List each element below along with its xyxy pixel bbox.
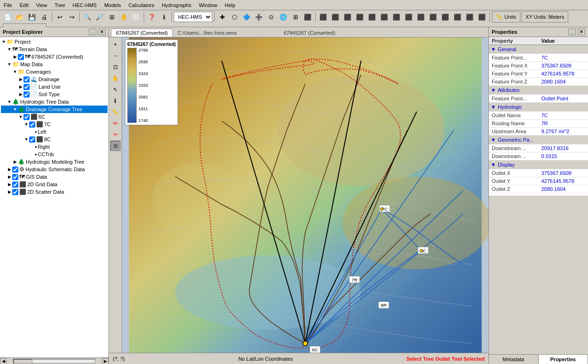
- map-del-btn[interactable]: ✂: [110, 129, 121, 140]
- tree-item-8c[interactable]: ▼⬛8C: [1, 136, 108, 143]
- node-8c[interactable]: [420, 250, 423, 252]
- tree-container[interactable]: ▼📁Project▼🗺Terrain Data▶🗺67845267 (Conve…: [0, 37, 108, 357]
- open-button[interactable]: 📂: [14, 11, 25, 23]
- map-redline-btn[interactable]: ✏: [110, 118, 121, 129]
- map-tab-active[interactable]: 67845267 (Converted): [111, 29, 173, 37]
- tree-arrow-hytreedata[interactable]: ▼: [7, 99, 12, 104]
- tool1-btn[interactable]: ⬛: [317, 11, 329, 23]
- tree-item-mapdata[interactable]: ▼📁Map Data: [1, 61, 108, 68]
- tree-item-soiltype[interactable]: ▶📄Soil Type: [1, 91, 108, 98]
- tree-item-converted[interactable]: ▶🗺67845267 (Converted): [1, 53, 108, 61]
- tool3-btn[interactable]: ⬛: [342, 11, 353, 23]
- node8-btn[interactable]: ⬛: [302, 11, 313, 23]
- outlet-point[interactable]: [303, 341, 308, 346]
- tree-arrow-7c[interactable]: ▼: [23, 122, 29, 127]
- scroll-thumb[interactable]: [14, 359, 32, 364]
- tree-item-gisdata[interactable]: ▶🗺GIS Data: [1, 173, 108, 181]
- tree-item-drainage[interactable]: ▶🌊Drainage: [1, 76, 108, 83]
- add-node-btn[interactable]: ✚: [217, 11, 228, 23]
- toolbar-dropdown[interactable]: HEC-HMS: [174, 12, 212, 22]
- units-button[interactable]: 📏 Units: [492, 11, 520, 23]
- node-7c[interactable]: [380, 208, 383, 211]
- menu-file[interactable]: File: [0, 1, 16, 9]
- left-panel-hscrollbar[interactable]: ◀ ▶: [0, 357, 108, 364]
- group-attributes[interactable]: ▼Attributes: [489, 86, 588, 95]
- map-select-btn[interactable]: ↖: [110, 84, 121, 95]
- node7-btn[interactable]: ⊞: [290, 11, 301, 23]
- tree-arrow-6c[interactable]: ▼: [18, 114, 23, 119]
- tool5-btn[interactable]: ⬛: [366, 11, 378, 23]
- checkbox-6c[interactable]: [23, 114, 30, 120]
- checkbox-gisdata[interactable]: [12, 174, 18, 180]
- tree-arrow-converted[interactable]: ▶: [12, 54, 18, 59]
- info-btn[interactable]: ℹ: [158, 11, 170, 23]
- undo-button[interactable]: ↩: [54, 11, 65, 23]
- menu-edit[interactable]: Edit: [16, 1, 32, 9]
- tool9-btn[interactable]: ⬛: [415, 11, 426, 23]
- tool13-btn[interactable]: ⬛: [464, 11, 475, 23]
- tree-arrow-gisdata[interactable]: ▶: [7, 174, 12, 179]
- tree-item-7c[interactable]: ▼⬛7C: [1, 121, 108, 128]
- tree-item-right[interactable]: ▪Right: [1, 143, 108, 151]
- tree-item-6c[interactable]: ▼⬛6C: [1, 113, 108, 121]
- tree-arrow-coverages[interactable]: ▼: [12, 69, 18, 74]
- tool10-btn[interactable]: ⬛: [427, 11, 439, 23]
- tree-arrow-draincov[interactable]: ▼: [12, 107, 18, 112]
- tree-item-project[interactable]: ▼📁Project: [1, 38, 108, 46]
- checkbox-converted[interactable]: [18, 54, 24, 60]
- menu-window[interactable]: Window: [195, 1, 221, 9]
- tool6-btn[interactable]: ⬛: [379, 11, 390, 23]
- checkbox-grid2d[interactable]: [12, 182, 18, 188]
- tool7-btn[interactable]: ⬛: [391, 11, 402, 23]
- map-identify-btn[interactable]: ℹ: [110, 96, 121, 106]
- tree-arrow-grid2d[interactable]: ▶: [7, 182, 12, 187]
- tool8-btn[interactable]: ⬛: [403, 11, 414, 23]
- tree-arrow-hymodtree[interactable]: ▶: [12, 159, 18, 164]
- zoom-out-button[interactable]: 🔎: [94, 11, 105, 23]
- menu-tree[interactable]: Tree: [51, 1, 69, 9]
- scroll-right-arrow[interactable]: ▶: [102, 358, 108, 364]
- tree-item-terrain[interactable]: ▼🗺Terrain Data: [1, 46, 108, 53]
- redo-button[interactable]: ↪: [66, 11, 77, 23]
- tool2-btn[interactable]: ⬛: [330, 11, 341, 23]
- tree-arrow-mapdata[interactable]: ▼: [7, 62, 12, 67]
- tree-item-left[interactable]: ▪Left: [1, 128, 108, 136]
- tree-arrow-terrain[interactable]: ▼: [7, 47, 12, 52]
- checkbox-soiltype[interactable]: [23, 91, 30, 98]
- map-zoom-extent-btn[interactable]: ⊡: [110, 62, 121, 72]
- tool11-btn[interactable]: ⬛: [440, 11, 451, 23]
- tree-item-scatter2d[interactable]: ▶⬛2D Scatter Data: [1, 188, 108, 196]
- group-display[interactable]: ▼Display: [489, 160, 588, 169]
- tab-metadata[interactable]: Metadata: [489, 355, 539, 364]
- menu-calculators[interactable]: Calculators: [124, 1, 158, 9]
- minimize-right-btn[interactable]: _: [568, 29, 576, 35]
- map-area[interactable]: + − ⊡ ✋ ↖ ℹ 📏 ✏ ✂ ⊙ 67845267 (Converted)…: [109, 38, 488, 353]
- tree-item-hytreedata[interactable]: ▼🌲Hydrologic Tree Data: [1, 98, 108, 106]
- map-outlet-btn[interactable]: ⊙: [110, 141, 121, 151]
- minimize-left-btn[interactable]: _: [89, 29, 96, 35]
- group-hydrologic[interactable]: ▼Hydrologic: [489, 103, 588, 112]
- tree-item-hyschdata[interactable]: ▶⚙Hydraulic Schematic Data: [1, 166, 108, 173]
- tree-arrow-soiltype[interactable]: ▶: [18, 92, 23, 97]
- tree-item-cctrib[interactable]: ▪CCTrib: [1, 151, 108, 158]
- help-btn[interactable]: ❓: [146, 11, 157, 23]
- tool12-btn[interactable]: ⬛: [452, 11, 463, 23]
- tree-arrow-project[interactable]: ▼: [1, 39, 7, 44]
- close-left-btn[interactable]: ✕: [98, 29, 106, 35]
- tree-item-draincov[interactable]: ▼🌲Drainage Coverage Tree: [1, 106, 108, 113]
- checkbox-landuse[interactable]: [23, 84, 30, 90]
- map-pan-btn[interactable]: ✋: [110, 73, 121, 83]
- tree-arrow-hyschdata[interactable]: ▶: [7, 167, 12, 172]
- zoom-extent-button[interactable]: ⊞: [106, 11, 117, 23]
- map-measure-btn[interactable]: 📏: [110, 107, 121, 117]
- new-button[interactable]: 📄: [2, 11, 13, 23]
- tree-item-coverages[interactable]: ▼📁Coverages: [1, 68, 108, 76]
- group-general[interactable]: ▼General: [489, 45, 588, 54]
- node3-btn[interactable]: 🔷: [241, 11, 252, 23]
- menu-help[interactable]: Help: [221, 1, 240, 9]
- tree-item-hymodtree[interactable]: ▶🌲Hydrologic Modeling Tree: [1, 158, 108, 166]
- scroll-left-arrow[interactable]: ◀: [0, 358, 7, 364]
- menu-models[interactable]: Models: [101, 1, 124, 9]
- zoom-in-button[interactable]: 🔍: [82, 11, 93, 23]
- pan-button[interactable]: ✋: [118, 11, 130, 23]
